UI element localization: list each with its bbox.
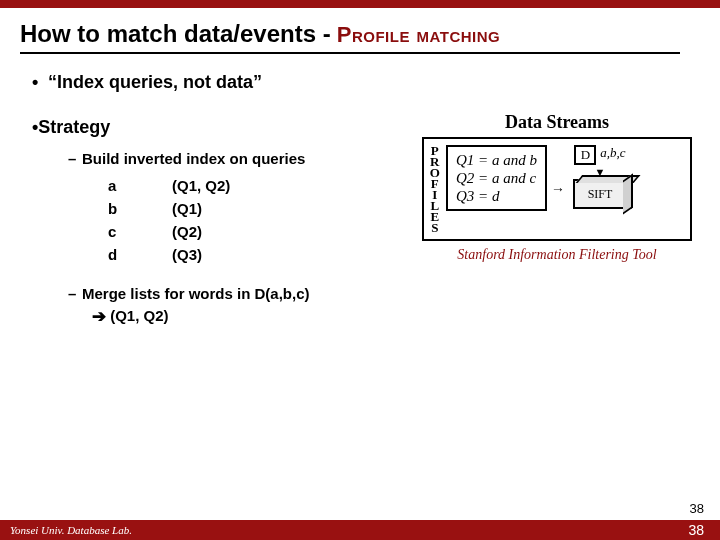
footer: 38 Yonsei Univ. Database Lab. 38 — [0, 520, 720, 540]
val: (Q2) — [172, 223, 202, 240]
key: b — [108, 200, 132, 217]
figure-right: D a,b,c ▼ SIFT — [573, 145, 627, 233]
sift-cube: SIFT — [573, 179, 627, 209]
title-sub: Profile matching — [337, 22, 501, 48]
footer-lab: Yonsei Univ. Database Lab. — [10, 524, 132, 536]
figure: Data Streams PROFILES Q1 = a and b Q2 = … — [422, 112, 692, 263]
merge-result: ➔ (Q1, Q2) — [92, 306, 696, 327]
q3: Q3 = d — [456, 187, 537, 205]
arrow-right-icon: ➔ — [92, 306, 106, 327]
bullet-index-text: “Index queries, not data” — [48, 72, 262, 92]
slide-title: How to match data/events - Profile match… — [0, 8, 720, 52]
page-number-overlay: 38 — [688, 522, 704, 538]
figure-box: PROFILES Q1 = a and b Q2 = a and c Q3 = … — [422, 137, 692, 241]
footer-bar: Yonsei Univ. Database Lab. — [0, 520, 720, 540]
sub-build-text: Build inverted index on queries — [82, 150, 305, 167]
sub-merge: –Merge lists for words in D(a,b,c) — [68, 285, 696, 302]
top-accent-bar — [0, 0, 720, 8]
q1: Q1 = a and b — [456, 151, 537, 169]
page-number: 38 — [690, 501, 704, 516]
content-area: •“Index queries, not data” •Strategy –Bu… — [0, 54, 720, 327]
key: c — [108, 223, 132, 240]
title-main: How to match data/events - — [20, 20, 331, 48]
arrow-icon: → — [551, 185, 565, 193]
merge-result-text: (Q1, Q2) — [110, 307, 168, 324]
bullet-strategy-text: Strategy — [38, 117, 110, 137]
figure-title: Data Streams — [422, 112, 692, 133]
profiles-label: PROFILES — [428, 145, 442, 233]
val: (Q3) — [172, 246, 202, 263]
queries-box: Q1 = a and b Q2 = a and c Q3 = d — [446, 145, 547, 211]
d-box: D — [574, 145, 596, 165]
key: a — [108, 177, 132, 194]
sub-merge-text: Merge lists for words in D(a,b,c) — [82, 285, 310, 302]
val: (Q1, Q2) — [172, 177, 230, 194]
abc-label: a,b,c — [600, 145, 625, 161]
val: (Q1) — [172, 200, 202, 217]
key: d — [108, 246, 132, 263]
q2: Q2 = a and c — [456, 169, 537, 187]
bullet-index: •“Index queries, not data” — [32, 72, 696, 93]
figure-caption: Stanford Information Filtering Tool — [422, 247, 692, 263]
